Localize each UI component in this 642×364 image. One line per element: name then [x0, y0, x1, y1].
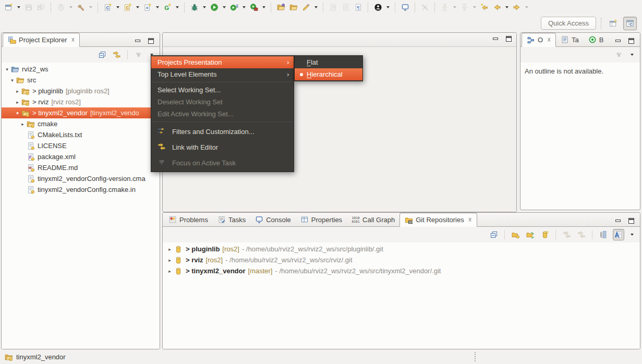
tab-call-graph[interactable]: 10100101Call Graph	[347, 213, 399, 226]
open-task-button[interactable]	[275, 1, 287, 14]
show-whitespace-button[interactable]: ¶	[352, 1, 365, 14]
close-icon[interactable]: ☓	[468, 216, 472, 223]
external-tools-dropdown-icon[interactable]	[262, 6, 265, 8]
run-button[interactable]	[208, 1, 221, 14]
maximize-icon[interactable]	[628, 217, 635, 224]
run-history-button[interactable]	[228, 1, 240, 14]
expand-arrow-icon[interactable]: ▸	[167, 269, 173, 274]
quick-access-button[interactable]: Quick Access	[541, 17, 596, 30]
expand-arrow-icon[interactable]: ▸	[167, 258, 173, 263]
tree-item-pluginlib[interactable]: ▸> pluginlib[pluginlib ros2]	[2, 86, 160, 96]
create-repository-button[interactable]	[540, 229, 550, 240]
tree-item-README.md[interactable]: wREADME.md	[2, 162, 160, 173]
back-button[interactable]	[491, 1, 503, 14]
collapse-all-button[interactable]	[489, 229, 499, 240]
tree-item-CMakeLists.txt[interactable]: CMakeLists.txt	[2, 129, 160, 140]
user-profile-dropdown-icon[interactable]	[386, 6, 390, 8]
cpp-perspective-button[interactable]: C	[623, 17, 637, 30]
tree-item-package.xml[interactable]: ypackage.xml	[2, 151, 160, 162]
collapse-arrow-icon[interactable]: ▾	[4, 67, 10, 72]
add-repository-button[interactable]	[511, 229, 521, 240]
minimize-icon[interactable]	[615, 217, 622, 224]
expand-arrow-icon[interactable]: ▸	[167, 247, 173, 252]
new-build-target-dropdown-icon[interactable]	[176, 6, 179, 8]
tree-item-tinyxml2_vendor[interactable]: ▾> tinyxml2_vendor[tinyxml2_vendo	[2, 107, 160, 118]
tab-console[interactable]: Console	[250, 213, 296, 226]
eclipse-window: CCcG¶ Quick Access C Project Explorer ☓ …	[0, 0, 642, 364]
close-icon[interactable]: ☓	[547, 37, 551, 43]
maximize-icon[interactable]	[148, 38, 154, 44]
tree-item-rviz2_ws[interactable]: ▾rviz2_ws	[2, 64, 160, 75]
filters-icon	[158, 127, 166, 135]
expand-arrow-icon[interactable]: ▸	[15, 100, 20, 105]
tree-item-src[interactable]: ▾src	[2, 75, 160, 86]
maximize-icon[interactable]	[628, 38, 635, 44]
menu-item-link-with-editor[interactable]: Link with Editor	[151, 139, 294, 155]
debug-dropdown-icon[interactable]	[203, 6, 206, 8]
open-perspective-button[interactable]	[607, 17, 620, 30]
tree-item-tinyxml2_vendorConfig-version.cma[interactable]: tinyxml2_vendorConfig-version.cma	[2, 173, 160, 184]
repository-row[interactable]: ▸> rviz[ros2]- /home/ubu/rviz2_ws/rviz2_…	[163, 254, 640, 265]
last-edit-location-button[interactable]	[478, 1, 491, 14]
tab-o[interactable]: O☓	[522, 33, 556, 47]
debug-button[interactable]	[188, 1, 201, 14]
clone-repository-button[interactable]	[525, 229, 536, 240]
close-icon[interactable]: ☓	[71, 37, 75, 43]
tree-item-LICENSE[interactable]: LICENSE	[2, 140, 160, 151]
statusbar-drag-handle[interactable]	[475, 352, 476, 361]
run-history-dropdown-icon[interactable]	[243, 6, 246, 8]
repository-row[interactable]: ▸> tinyxml2_vendor[master]- /home/ubu/rv…	[163, 265, 640, 276]
tab-properties[interactable]: Properties	[296, 213, 347, 226]
minimize-icon[interactable]	[615, 38, 622, 44]
expand-arrow-icon[interactable]: ▸	[20, 122, 26, 127]
view-menu-dropdown[interactable]	[631, 54, 634, 56]
tab-tasks[interactable]: Tasks	[213, 213, 250, 226]
highlight-button[interactable]	[300, 1, 312, 14]
forward-button[interactable]	[511, 1, 523, 14]
menu-item-projects-presentation[interactable]: Projects Presentation›	[151, 56, 294, 68]
no-active-editor-icon	[421, 3, 429, 11]
collapse-arrow-icon[interactable]: ▾	[9, 78, 15, 83]
collapse-arrow-icon[interactable]: ▾	[15, 111, 20, 116]
tab-git-repositories[interactable]: GITGit Repositories☓	[399, 213, 477, 227]
submenu-item-hierarchical[interactable]: Hierarchical	[295, 68, 362, 80]
collapse-all-button[interactable]	[97, 50, 107, 60]
expand-arrow-icon[interactable]: ▸	[15, 89, 20, 94]
menu-item-top-level-elements[interactable]: Top Level Elements›	[151, 68, 294, 80]
new-c-project-dropdown-icon[interactable]	[136, 6, 139, 8]
tree-item-rviz[interactable]: ▸> rviz[rviz ros2]	[2, 96, 160, 107]
console-monitor-button[interactable]	[399, 1, 411, 14]
tab-b[interactable]: B	[584, 33, 609, 46]
link-editor-button[interactable]	[112, 50, 122, 60]
build-button[interactable]	[75, 1, 87, 14]
hierarchy-layout-button[interactable]	[598, 229, 609, 240]
tab-problems[interactable]: Problems	[164, 213, 213, 226]
new-wizard-dropdown-icon[interactable]	[17, 6, 20, 8]
menu-item-select-working-set[interactable]: Select Working Set...	[151, 84, 294, 96]
git-repositories-view-menu-dropdown-icon[interactable]	[631, 234, 634, 236]
tab-ta[interactable]: Ta	[556, 33, 584, 46]
open-element-button[interactable]	[287, 1, 300, 14]
tree-item-tinyxml2_vendorConfig.cmake.in[interactable]: tinyxml2_vendorConfig.cmake.in	[2, 184, 160, 195]
new-cpp-class-button[interactable]: C	[102, 1, 114, 14]
new-c-project-button[interactable]: C	[122, 1, 134, 14]
tree-item-cmake[interactable]: ▸cmake	[2, 118, 160, 129]
submenu-item-flat[interactable]: Flat	[295, 56, 362, 68]
minimize-icon[interactable]	[135, 38, 141, 44]
new-c-source-dropdown-icon[interactable]	[156, 6, 159, 8]
external-tools-button[interactable]	[248, 1, 260, 14]
toggle-decoration-button[interactable]	[613, 229, 624, 240]
repository-row[interactable]: ▸> pluginlib[ros2]- /home/ubu/rviz2_ws/r…	[163, 244, 640, 254]
highlight-dropdown-icon[interactable]	[314, 6, 318, 8]
run-dropdown-icon[interactable]	[223, 6, 226, 8]
back-dropdown-icon[interactable]	[505, 6, 508, 8]
new-c-source-button[interactable]: c	[141, 1, 154, 14]
minimize-icon[interactable]	[492, 35, 499, 42]
menu-item-filters-and-customization[interactable]: Filters and Customization...	[151, 124, 294, 139]
new-cpp-class-dropdown-icon[interactable]	[116, 6, 119, 8]
new-build-target-button[interactable]: G	[161, 1, 174, 14]
tab-project-explorer[interactable]: Project Explorer ☓	[3, 33, 80, 47]
user-profile-button[interactable]	[372, 1, 384, 14]
new-wizard-button[interactable]	[3, 1, 15, 14]
maximize-icon[interactable]	[505, 35, 512, 42]
